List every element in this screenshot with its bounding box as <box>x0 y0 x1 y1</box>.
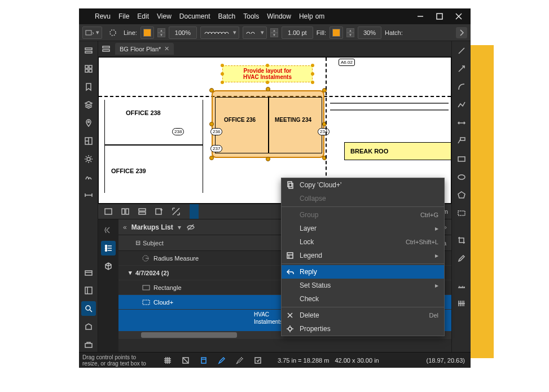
dimension-tool-icon[interactable] <box>454 116 469 130</box>
menu-document[interactable]: Document <box>179 12 210 20</box>
panel-title: Markups List <box>131 223 173 231</box>
col-subject-label[interactable]: Subject <box>143 240 164 246</box>
menu-revu[interactable]: Revu <box>95 12 111 20</box>
sync-view-icon[interactable] <box>169 205 183 218</box>
document-tab[interactable]: BG Floor Plan* ✕ <box>115 43 174 55</box>
width-stepper[interactable]: ▲▼ <box>270 28 278 37</box>
close-tab-icon[interactable]: ✕ <box>164 45 169 52</box>
menu-file[interactable]: File <box>118 12 129 20</box>
bookmark-icon[interactable] <box>81 80 96 94</box>
markups-list-icon[interactable] <box>101 241 116 256</box>
close-button[interactable] <box>454 11 464 21</box>
settings-icon[interactable] <box>81 152 96 166</box>
toolchest-icon[interactable] <box>81 265 96 280</box>
grid-toggle-icon[interactable] <box>161 354 174 367</box>
svg-rect-33 <box>139 212 146 214</box>
panel-dropdown-icon[interactable]: ▾ <box>178 223 181 231</box>
properties-panel-icon[interactable] <box>81 283 96 298</box>
ctx-set-status[interactable]: Set Status▸ <box>282 279 444 292</box>
snap-toggle-icon[interactable] <box>179 354 192 367</box>
end-style-dropdown[interactable]: ▾ <box>243 27 267 39</box>
layers-icon[interactable] <box>81 98 96 112</box>
spaces-icon[interactable] <box>81 134 96 148</box>
callout-tool-icon[interactable] <box>454 134 469 148</box>
zoom-field[interactable] <box>169 27 197 39</box>
ctx-copy[interactable]: Copy 'Cloud+' <box>282 178 444 192</box>
cloud-shape-icon[interactable] <box>106 25 120 40</box>
callout-annotation[interactable]: Provide layout for HVAC Instalments <box>222 65 313 82</box>
menu-tools[interactable]: Tools <box>243 12 259 20</box>
signatures-icon[interactable] <box>81 170 96 184</box>
zoom-stepper[interactable]: ▲▼ <box>157 28 165 37</box>
zoom-input[interactable] <box>172 29 194 36</box>
hide-markups-icon[interactable] <box>186 222 196 232</box>
panel-collapse-left[interactable]: « <box>123 223 127 231</box>
svg-rect-6 <box>85 48 92 50</box>
opacity-input[interactable] <box>361 29 379 36</box>
ellipse-tool-icon[interactable] <box>454 170 469 184</box>
tab-overflow-icon[interactable] <box>100 43 112 55</box>
line-width-input[interactable] <box>284 29 310 36</box>
profile-dropdown[interactable]: ▾ <box>82 27 102 39</box>
maximize-button[interactable] <box>434 11 445 21</box>
places-icon[interactable] <box>81 116 96 130</box>
split-horz-icon[interactable] <box>135 205 149 218</box>
menu-edit[interactable]: Edit <box>137 12 149 20</box>
3d-icon[interactable] <box>101 259 116 274</box>
ctx-delete[interactable]: DeleteDel <box>282 309 444 322</box>
snap-content-icon[interactable] <box>197 354 210 367</box>
menu-view[interactable]: View <box>157 12 172 20</box>
studio-icon[interactable] <box>81 319 96 334</box>
search-panel-icon[interactable] <box>81 301 96 316</box>
svg-rect-8 <box>85 65 88 68</box>
svg-rect-10 <box>85 69 88 72</box>
panel-collapse-icon[interactable] <box>101 223 116 237</box>
ctx-properties[interactable]: Properties <box>282 322 444 336</box>
status-dims: 42.00 x 30.00 in <box>335 357 379 364</box>
split-none-icon[interactable] <box>102 205 115 218</box>
svg-rect-32 <box>139 209 146 211</box>
count-tool-icon[interactable] <box>454 296 469 311</box>
snap-markup-icon[interactable] <box>216 354 228 367</box>
title-bar: Revu File Edit View Document Batch Tools… <box>79 8 471 24</box>
arrow-tool-icon[interactable] <box>454 61 469 76</box>
line-color-swatch[interactable] <box>140 27 154 39</box>
menu-help[interactable]: Help <box>299 12 313 20</box>
grid-icon[interactable] <box>81 61 96 76</box>
minimize-button[interactable] <box>415 11 425 21</box>
new-view-icon[interactable] <box>152 205 166 218</box>
line-width-field[interactable] <box>282 27 313 39</box>
svg-rect-29 <box>105 209 112 214</box>
document-tab-bar: BG Floor Plan* ✕ <box>98 41 451 57</box>
sync-icon[interactable] <box>252 354 264 367</box>
ctx-layer[interactable]: Layer▸ <box>282 222 444 235</box>
polyline-tool-icon[interactable] <box>454 98 469 112</box>
opacity-stepper[interactable]: ▲▼ <box>346 28 354 37</box>
cloud-tool-icon[interactable] <box>454 206 469 221</box>
reuse-icon[interactable] <box>234 354 246 367</box>
thumbnails-icon[interactable] <box>81 43 96 58</box>
line-style-dropdown[interactable]: ▾ <box>200 27 239 39</box>
measure-icon[interactable] <box>81 188 96 202</box>
col-expand-icon[interactable]: ⊟ <box>135 239 140 246</box>
highlight-tool-icon[interactable] <box>454 251 469 266</box>
ctx-legend[interactable]: Legend▸ <box>282 249 444 262</box>
sets-icon[interactable] <box>81 337 96 352</box>
ctx-reply[interactable]: Reply <box>282 265 444 279</box>
ctx-lock[interactable]: LockCtrl+Shift+L <box>282 235 444 249</box>
arc-tool-icon[interactable] <box>454 80 469 94</box>
crop-tool-icon[interactable] <box>454 233 469 248</box>
split-vert-icon[interactable] <box>118 205 132 218</box>
calibrate-icon[interactable] <box>454 278 469 293</box>
menu-window[interactable]: Window <box>267 12 291 20</box>
svg-rect-4 <box>86 30 91 35</box>
menu-batch[interactable]: Batch <box>218 12 236 20</box>
rectangle-tool-icon[interactable] <box>454 152 469 166</box>
more-props-button[interactable] <box>456 27 467 38</box>
fill-color-swatch[interactable] <box>330 27 343 39</box>
svg-point-74 <box>288 327 292 331</box>
line-tool-icon[interactable] <box>454 43 469 58</box>
opacity-field[interactable] <box>358 27 381 39</box>
polygon-tool-icon[interactable] <box>454 188 469 202</box>
ctx-check[interactable]: Check <box>282 292 444 306</box>
